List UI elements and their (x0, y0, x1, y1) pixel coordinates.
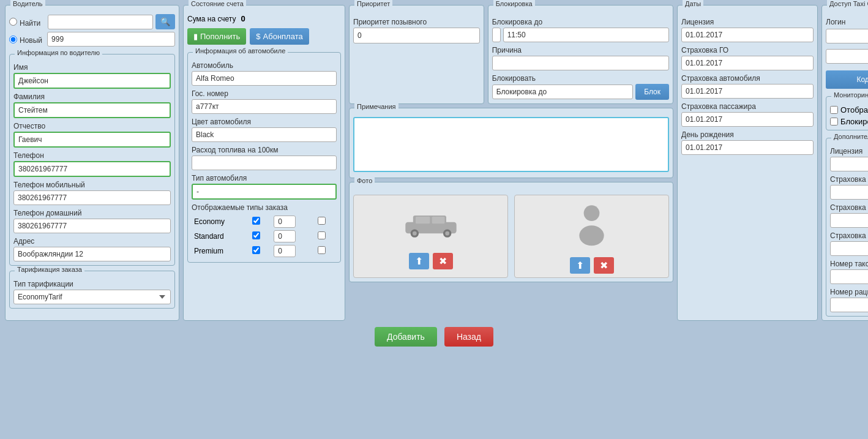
phone-label: Телефон (13, 151, 171, 160)
license-date-label: Лицензия (681, 18, 814, 26)
address-label: Адрес (13, 237, 171, 246)
person-photo-placeholder (515, 195, 668, 253)
tarif-select[interactable]: EconomyTarif StandardTarif PremiumTarif (13, 290, 171, 304)
code-button[interactable]: Код входа в водительское (826, 70, 868, 89)
notes-textarea[interactable] (353, 117, 669, 172)
add-insurance-go-input[interactable] (830, 185, 868, 200)
order-type-count-standard[interactable] (274, 230, 296, 242)
password-input[interactable] (826, 49, 868, 64)
add-license-label: Лицензия (830, 147, 868, 156)
car-type-input[interactable] (192, 184, 337, 200)
car-info-title: Информация об автомобиле (193, 47, 288, 54)
insurance-pass-date-input[interactable] (681, 112, 814, 127)
add-insurance-pass-input[interactable] (830, 241, 868, 256)
birthday-input[interactable] (681, 140, 814, 155)
insurance-go-date-input[interactable] (681, 56, 814, 70)
block-label: Блокировать (492, 74, 669, 83)
car-label: Автомобиль (192, 61, 337, 70)
radio-input[interactable] (830, 298, 868, 312)
car-photo-box: ⬆ ✖ (353, 195, 508, 278)
add-button[interactable]: Добавить (375, 327, 437, 347)
svg-point-9 (579, 225, 604, 246)
photos-section: ⬆ ✖ ⬆ ✖ (353, 195, 669, 278)
address-input[interactable] (13, 247, 171, 261)
order-type-check-standard[interactable] (252, 231, 260, 239)
svg-point-5 (445, 231, 449, 235)
subscription-label: Абонплата (263, 32, 303, 41)
taxi-gps-title: Доступ Taxi GPS Client (827, 0, 868, 7)
person-photo-delete-button[interactable]: ✖ (594, 257, 614, 274)
find-radio-label[interactable]: Найти (20, 19, 40, 28)
color-label: Цвет автомобиля (192, 118, 337, 126)
fuel-label: Расход топлива на 100км (192, 146, 337, 154)
search-button[interactable]: 🔍 (155, 14, 175, 29)
reason-label: Причина (492, 46, 669, 54)
priority-panel-title: Приоритет (354, 0, 392, 7)
find-input[interactable] (48, 15, 153, 29)
reg-input[interactable] (192, 99, 337, 114)
monitoring-section: Отображать водителей на карте Блокироват… (830, 105, 868, 126)
login-section-label: Логин (826, 18, 868, 26)
birthday-label: День рождения (681, 130, 814, 139)
license-date-input[interactable] (681, 28, 814, 42)
order-type-check2-premium[interactable] (318, 246, 326, 254)
driver-info-title: Информация по водителю (15, 49, 102, 56)
login-input[interactable] (826, 29, 868, 43)
back-button[interactable]: Назад (444, 327, 493, 347)
car-type-label: Тип автомобиля (192, 174, 337, 182)
driver-radio-group: Найти 🔍 (9, 14, 175, 29)
block-time-input[interactable] (503, 28, 669, 42)
taximeter-input[interactable] (830, 269, 868, 284)
phone-home-input[interactable] (13, 219, 171, 233)
new-radio-label[interactable]: Новый (20, 36, 42, 45)
replenish-button[interactable]: ▮ Пополнить (187, 28, 246, 45)
taximeter-label: Номер таксометра (830, 260, 868, 268)
car-photo-delete-button[interactable]: ✖ (433, 253, 453, 269)
block-button[interactable]: Блок (635, 84, 669, 100)
order-type-check-premium[interactable] (252, 246, 260, 254)
priority-select[interactable]: 0 1 2 (353, 28, 480, 43)
replenish-label: Пополнить (200, 32, 240, 41)
fuel-input[interactable] (192, 156, 337, 170)
new-input[interactable] (47, 32, 175, 47)
svg-rect-6 (416, 216, 430, 223)
monitoring-title: Мониторинг и GPS (831, 91, 868, 99)
order-types-label: Отображаемые типы заказа (192, 203, 337, 212)
person-photo-upload-button[interactable]: ⬆ (570, 257, 590, 274)
replenish-icon: ▮ (193, 32, 198, 41)
add-license-input[interactable] (830, 157, 868, 171)
surname-input[interactable] (13, 102, 171, 118)
tarif-type-label: Тип тарификации (13, 280, 171, 288)
phone-mobile-label: Телефон мобильный (13, 181, 171, 189)
add-insurance-car-input[interactable] (830, 213, 868, 228)
block-gps-checkbox[interactable] (830, 118, 838, 126)
priority-label: Приоритет позывного (353, 18, 480, 26)
color-input[interactable] (192, 127, 337, 142)
radio-label: Номер рации (830, 288, 868, 296)
photos-panel-title: Фото (354, 177, 375, 184)
phone-mobile-input[interactable] (13, 190, 171, 205)
order-type-check2-economy[interactable] (318, 217, 326, 225)
car-photo-upload-button[interactable]: ⬆ (409, 253, 429, 269)
show-on-map-checkbox[interactable] (830, 106, 838, 114)
phone-input[interactable] (13, 161, 171, 177)
reg-label: Гос. номер (192, 89, 337, 98)
order-type-count-premium[interactable] (274, 245, 296, 257)
patronymic-input[interactable] (13, 132, 171, 148)
new-radio[interactable] (9, 36, 17, 43)
tarif-title: Тарификация заказа (15, 266, 84, 273)
insurance-pass-date-label: Страховка пассажира (681, 102, 814, 111)
reason-input[interactable] (492, 56, 669, 70)
order-type-count-economy[interactable] (274, 216, 296, 228)
car-input[interactable] (192, 71, 337, 86)
order-type-check2-standard[interactable] (318, 231, 326, 239)
order-type-check-economy[interactable] (252, 217, 260, 225)
name-input[interactable] (13, 73, 171, 89)
block-date-input[interactable] (492, 28, 501, 42)
block-gps-label: Блокировать, если GPS отключен (840, 117, 868, 126)
subscription-button[interactable]: $ Абонплата (250, 28, 309, 45)
find-radio[interactable] (9, 18, 17, 26)
insurance-car-date-input[interactable] (681, 84, 814, 99)
person-photo-box: ⬆ ✖ (514, 195, 669, 278)
block-select[interactable]: Блокировка до Разблокировать (492, 84, 634, 99)
